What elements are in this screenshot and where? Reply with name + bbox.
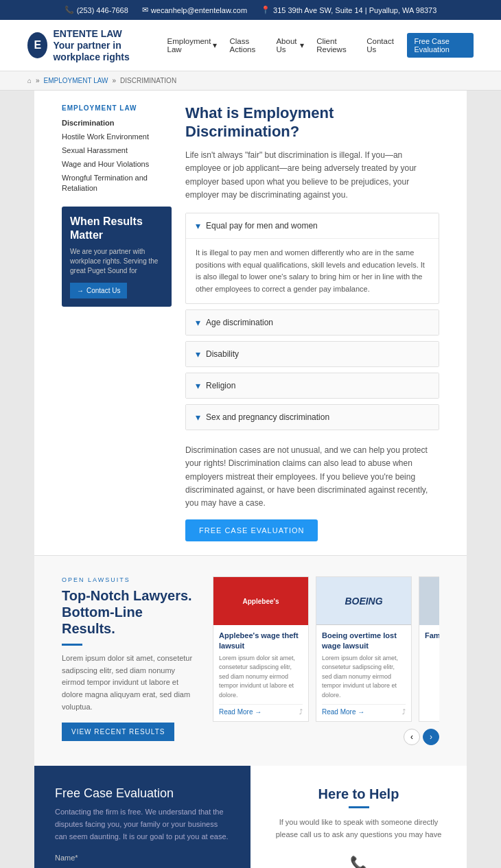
lawsuit-card-boeing: BOEING Boeing overtime lost wage lawsuit… [316,576,412,722]
accordion-header-disability[interactable]: ▾ Disability [186,342,439,366]
accordion-header-religion[interactable]: ▾ Religion [186,373,439,398]
sidebar-item-hostile[interactable]: Hostile Work Environment [62,131,172,141]
lawsuits-title: Top-Notch Lawyers. Bottom-Line Results. [62,587,199,637]
mid-text: Discrimination cases are not unusual, an… [185,444,439,510]
email-info: ✉ wecanhelp@ententelaw.com [142,5,247,14]
sidebar-contact-button[interactable]: → Contact Us [70,283,127,298]
site-header: E ENTENTE LAW Your partner in workplace … [0,20,501,71]
help-section: Here to Help If you would like to speak … [250,766,467,868]
phone-icon: 📞 [65,5,74,14]
page-intro: Life isn't always "fair" but discriminat… [185,149,439,202]
home-icon[interactable]: ⌂ [27,77,32,84]
lawsuit-card-body-1: Applebee's wage theft lawsuit Lorem ipsu… [213,625,308,721]
logo-icon: E [27,32,47,58]
lawsuits-section: OPEN LAWSUITS Top-Notch Lawyers. Bottom-… [34,555,467,766]
lawsuit-card-text-1: Lorem ipsum dolor sit amet, consetetur s… [219,654,303,701]
lawsuits-cards: Applebee's Applebee's wage theft lawsuit… [213,576,439,722]
phone-info: 📞 (253) 446-7668 [65,5,128,14]
lawsuit-card-text-2: Lorem ipsum dolor sit amet, consetetur s… [322,654,406,701]
lawsuits-desc: Lorem ipsum dolor sit amet, consetetur s… [62,653,199,713]
sidebar-item-sexual[interactable]: Sexual Harassment [62,145,172,155]
name-input[interactable] [55,864,230,868]
nav-class-actions[interactable]: Class Actions [229,37,264,54]
view-results-button[interactable]: VIEW RECENT RESULTS [62,723,174,741]
lawsuit-read-more-1: Read More → ⤴ [219,704,303,716]
eval-button[interactable]: FREE CASE EVALUATION [185,519,318,541]
nav-about-us[interactable]: About Us ▾ [276,37,304,54]
main-nav: Employment Law ▾ Class Actions About Us … [167,33,474,58]
call-us: 📞 CALL US (253) 446-7668 [271,855,446,868]
name-group: Name* [55,854,230,868]
chevron-down-icon-4: ▾ [196,349,200,360]
sidebar-section-title: EMPLOYMENT LAW [62,104,172,112]
accordion-age: ▾ Age discrimination [185,309,439,336]
open-label: OPEN LAWSUITS [62,576,199,583]
form-title: Free Case Evaluation [55,786,230,801]
top-bar: 📞 (253) 446-7668 ✉ wecanhelp@ententelaw.… [0,0,501,20]
chevron-down-icon-2: ▾ [300,40,304,50]
lawsuits-title-bar [62,644,82,646]
sidebar-card-text: We are your partner with workplace right… [70,247,163,276]
lawsuit-card-image-3 [419,577,439,625]
nav-client-reviews[interactable]: Client Reviews [316,37,354,54]
name-label: Name* [55,854,230,862]
lawsuits-left: OPEN LAWSUITS Top-Notch Lawyers. Bottom-… [62,576,199,745]
accordion-sex: ▾ Sex and pregnancy discrimination [185,404,439,430]
email-icon: ✉ [142,5,148,14]
nav-employment-law[interactable]: Employment Law ▾ [167,37,218,54]
lawsuit-read-more-2: Read More → ⤴ [322,704,406,716]
phone-icon-2: 📞 [271,855,446,868]
accordion-header-equal-pay[interactable]: ▾ Equal pay for men and women [186,213,439,238]
nav-contact-us[interactable]: Contact Us [366,37,395,54]
accordion-disability: ▾ Disability [185,341,439,367]
logo: E ENTENTE LAW Your partner in workplace … [27,28,167,62]
page-content: What is Employment Discrimination? Life … [185,104,439,541]
sidebar-card-title: When Results Matter [70,215,163,241]
logo-text-area: ENTENTE LAW Your partner in workplace ri… [53,28,167,62]
read-more-link-1[interactable]: Read More → [219,708,261,716]
nav-free-case[interactable]: Free Case Evaluation [407,33,474,58]
lawsuit-card-applebees: Applebee's Applebee's wage theft lawsuit… [213,576,309,722]
chevron-down-icon-5: ▾ [196,380,200,391]
accordion-body-equal-pay: It is illegal to pay men and women diffe… [186,238,439,303]
main-wrapper: EMPLOYMENT LAW Discrimination Hostile Wo… [34,91,467,868]
form-section: Free Case Evaluation Contacting the firm… [34,766,250,868]
chevron-up-icon: ▾ [196,220,200,231]
lawsuit-card-image-1: Applebee's [213,577,308,625]
help-bar [349,806,369,808]
read-more-link-2[interactable]: Read More → [322,708,364,716]
share-icon-1[interactable]: ⤴ [299,708,303,716]
breadcrumb: ⌂ » EMPLOYMENT LAW » DISCRIMINATION [0,71,501,91]
address-info: 📍 315 39th Ave SW, Suite 14 | Puyallup, … [261,5,436,14]
lawsuit-card-title-1: Applebee's wage theft lawsuit [219,631,303,650]
accordion-header-age[interactable]: ▾ Age discrimination [186,310,439,335]
lawsuit-card-title-2: Boeing overtime lost wage lawsuit [322,631,406,650]
sidebar-item-wage[interactable]: Wage and Hour Violations [62,159,172,169]
help-title: Here to Help [271,786,446,802]
carousel-prev[interactable]: ‹ [404,729,420,745]
accordion-religion: ▾ Religion [185,373,439,399]
bottom-section: Free Case Evaluation Contacting the firm… [34,766,467,868]
lawsuit-card-image-2: BOEING [316,577,411,625]
breadcrumb-employment[interactable]: EMPLOYMENT LAW [44,77,108,84]
chevron-down-icon: ▾ [213,40,217,50]
accordion-header-sex[interactable]: ▾ Sex and pregnancy discrimination [186,405,439,430]
lawsuits-inner: OPEN LAWSUITS Top-Notch Lawyers. Bottom-… [62,576,439,745]
carousel-next[interactable]: › [423,729,439,745]
sidebar-links: Discrimination Hostile Work Environment … [62,117,172,193]
lawsuit-card-title-3: Famous... [425,631,439,640]
chevron-down-icon-6: ▾ [196,412,200,423]
lawsuit-card-body-2: Boeing overtime lost wage lawsuit Lorem … [316,625,411,721]
location-icon: 📍 [261,5,270,14]
form-desc: Contacting the firm is free. We understa… [55,806,230,843]
lawsuit-card-body-3: Famous... [419,625,439,649]
sidebar-item-discrimination[interactable]: Discrimination [62,117,172,128]
lawsuit-card-partial: Famous... [419,576,439,722]
carousel-nav: ‹ › [213,729,439,745]
sidebar: EMPLOYMENT LAW Discrimination Hostile Wo… [62,104,172,541]
help-desc: If you would like to speak with someone … [271,817,446,841]
sidebar-item-wrongful[interactable]: Wrongful Termination and Retaliation [62,172,172,193]
arrow-icon: → [77,287,84,294]
share-icon-2[interactable]: ⤴ [402,708,406,716]
lawsuits-cards-area: Applebee's Applebee's wage theft lawsuit… [213,576,439,745]
